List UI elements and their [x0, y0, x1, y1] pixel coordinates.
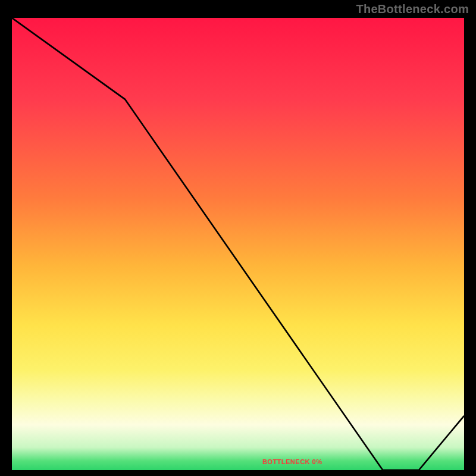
bottleneck-zero-label: BOTTLENECK 0% — [262, 458, 322, 465]
bottleneck-line — [12, 18, 464, 470]
watermark-text: TheBottleneck.com — [356, 2, 469, 16]
line-path — [12, 18, 464, 470]
plot-area: BOTTLENECK 0% — [12, 18, 464, 470]
chart-frame: TheBottleneck.com BOTTLENECK 0% — [0, 0, 476, 476]
